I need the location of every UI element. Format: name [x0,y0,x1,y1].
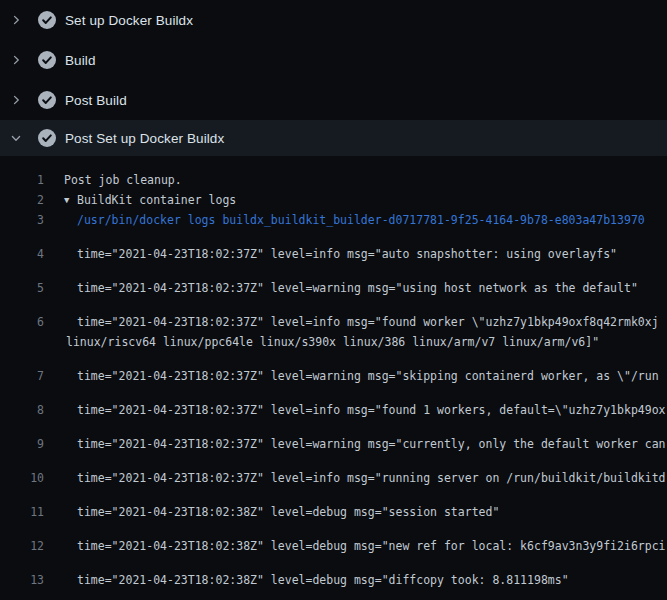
log-text: time="2021-04-23T18:02:37Z" level=warnin… [77,278,638,298]
log-line: linux/riscv64 linux/ppc64le linux/s390x … [0,332,667,352]
step-list: Set up Docker BuildxBuildPost BuildPost … [0,0,667,156]
check-circle-icon [38,11,56,29]
log-output: 1Post job cleanup.2▼BuildKit container l… [0,156,667,600]
log-line: 10time="2021-04-23T18:02:37Z" level=info… [0,454,667,488]
actions-log-viewer: Set up Docker BuildxBuildPost BuildPost … [0,0,667,600]
log-text: time="2021-04-23T18:02:37Z" level=info m… [77,312,659,332]
step-title: Post Set up Docker Buildx [65,131,224,146]
line-number[interactable]: 12 [0,536,44,556]
command-text: /usr/bin/docker logs buildx_buildkit_bui… [77,210,645,230]
step-header-post-build[interactable]: Post Build [0,80,667,120]
log-group-label: BuildKit container logs [77,193,236,207]
log-line: 14time="2021-04-23T18:02:38Z" level=debu… [0,590,667,600]
log-line: 5time="2021-04-23T18:02:37Z" level=warni… [0,264,667,298]
log-text: time="2021-04-23T18:02:38Z" level=debug … [77,536,666,556]
log-line: 4time="2021-04-23T18:02:37Z" level=info … [0,230,667,264]
line-number[interactable]: 2 [0,190,44,210]
log-line: 3/usr/bin/docker logs buildx_buildkit_bu… [0,210,667,230]
chevron-right-icon [10,54,22,66]
log-text: time="2021-04-23T18:02:37Z" level=info m… [77,400,666,420]
step-header-post-set-up-docker-buildx[interactable]: Post Set up Docker Buildx [0,120,667,156]
step-header-build[interactable]: Build [0,40,667,80]
log-line: 12time="2021-04-23T18:02:38Z" level=debu… [0,522,667,556]
step-title: Post Build [65,93,127,108]
chevron-right-icon [10,94,22,106]
check-circle-icon [38,51,56,69]
line-number[interactable]: 6 [0,312,44,332]
log-line: 2▼BuildKit container logs [0,190,667,210]
line-number[interactable]: 7 [0,366,44,386]
chevron-right-icon [10,14,22,26]
step-title: Set up Docker Buildx [65,13,193,28]
log-text: time="2021-04-23T18:02:37Z" level=info m… [77,468,666,488]
log-group-toggle[interactable]: ▼BuildKit container logs [64,190,236,210]
line-number[interactable]: 9 [0,434,44,454]
log-line: 11time="2021-04-23T18:02:38Z" level=debu… [0,488,667,522]
collapse-triangle-icon: ▼ [64,190,77,210]
log-text: time="2021-04-23T18:02:38Z" level=debug … [77,570,569,590]
log-line: 1Post job cleanup. [0,170,667,190]
check-circle-icon [38,91,56,109]
chevron-down-icon [10,132,22,144]
log-line: 7time="2021-04-23T18:02:37Z" level=warni… [0,352,667,386]
log-line: 6time="2021-04-23T18:02:37Z" level=info … [0,298,667,332]
line-number[interactable]: 5 [0,278,44,298]
step-title: Build [65,53,96,68]
log-line: 13time="2021-04-23T18:02:38Z" level=debu… [0,556,667,590]
log-text: time="2021-04-23T18:02:37Z" level=warnin… [77,366,659,386]
line-number[interactable]: 8 [0,400,44,420]
log-text: Post job cleanup. [64,170,182,190]
check-circle-icon [38,129,56,147]
log-text: time="2021-04-23T18:02:37Z" level=warnin… [77,434,666,454]
log-text: time="2021-04-23T18:02:37Z" level=info m… [77,244,617,264]
line-number[interactable]: 11 [0,502,44,522]
line-number[interactable]: 10 [0,468,44,488]
line-number[interactable]: 1 [0,170,44,190]
log-line: 8time="2021-04-23T18:02:37Z" level=info … [0,386,667,420]
log-text: time="2021-04-23T18:02:38Z" level=debug … [77,502,499,522]
line-number[interactable]: 4 [0,244,44,264]
line-number [0,332,44,352]
step-header-set-up-docker-buildx[interactable]: Set up Docker Buildx [0,0,667,40]
line-number[interactable]: 3 [0,210,44,230]
line-number[interactable]: 13 [0,570,44,590]
log-text: linux/riscv64 linux/ppc64le linux/s390x … [66,332,599,352]
log-line: 9time="2021-04-23T18:02:37Z" level=warni… [0,420,667,454]
